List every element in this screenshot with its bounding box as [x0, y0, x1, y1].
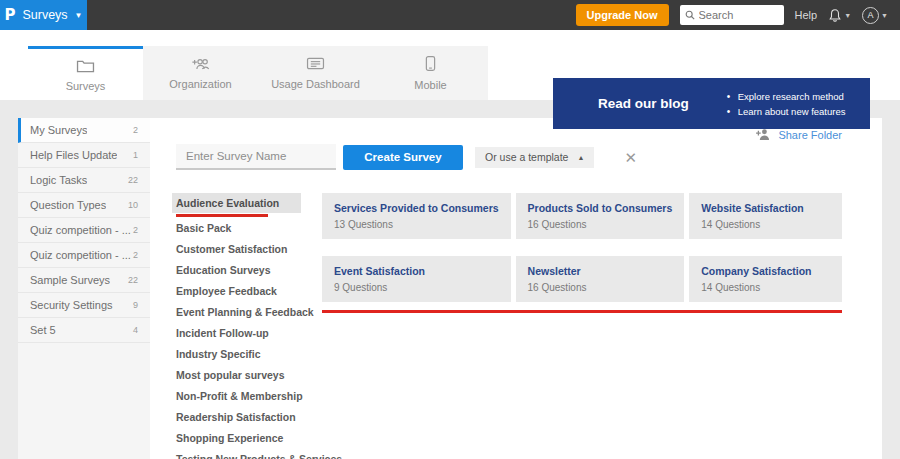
category-basic-pack[interactable]: Basic Pack — [176, 222, 322, 235]
help-link[interactable]: Help — [795, 9, 818, 21]
annotation-red-underline — [176, 214, 268, 217]
sidebar-item-my-surveys[interactable]: My Surveys 2 — [18, 118, 150, 143]
tab-surveys[interactable]: Surveys — [28, 46, 143, 100]
template-cards-grid: Services Provided to Consumers 13 Questi… — [322, 193, 842, 302]
main-area: Share Folder Create Survey Or use a temp… — [150, 118, 882, 459]
close-icon[interactable]: ✕ — [624, 150, 637, 165]
category-employee-feedback[interactable]: Employee Feedback — [176, 285, 322, 298]
content-panel: My Surveys 2 Help Files Update 1 Logic T… — [18, 118, 882, 459]
category-non-profit-membership[interactable]: Non-Profit & Membership — [176, 390, 322, 403]
annotation-red-line — [322, 310, 842, 313]
sidebar-item-label: Quiz competition - ... — [30, 249, 131, 261]
share-folder-label: Share Folder — [778, 129, 842, 141]
search-input[interactable] — [699, 9, 779, 21]
blog-bullet: Explore research method — [727, 89, 846, 104]
sidebar-item-label: Question Types — [30, 199, 106, 211]
category-testing-new-products[interactable]: Testing New Products & Services — [176, 453, 322, 459]
blog-bullet: Learn about new features — [727, 104, 846, 119]
usage-dashboard-icon — [306, 56, 325, 71]
template-title: Company Satisfaction — [701, 265, 830, 277]
template-cards: Services Provided to Consumers 13 Questi… — [322, 193, 842, 459]
category-customer-satisfaction[interactable]: Customer Satisfaction — [176, 243, 322, 256]
category-event-planning-feedback[interactable]: Event Planning & Feedback — [176, 306, 322, 319]
tab-label: Surveys — [66, 80, 106, 92]
template-question-count: 16 Questions — [528, 219, 673, 230]
chevron-down-icon: ▼ — [881, 12, 888, 19]
sidebar-item-count: 22 — [128, 175, 138, 185]
template-card-event-satisfaction[interactable]: Event Satisfaction 9 Questions — [322, 256, 511, 302]
sidebar-item-quiz-competition-1[interactable]: Quiz competition - ... 2 — [18, 218, 150, 243]
chevron-up-icon: ▲ — [577, 154, 584, 161]
tab-mobile[interactable]: Mobile — [373, 46, 488, 100]
sidebar-item-help-files-update[interactable]: Help Files Update 1 — [18, 143, 150, 168]
tab-organization[interactable]: Organization — [143, 46, 258, 100]
template-question-count: 13 Questions — [334, 219, 499, 230]
category-shopping-experience[interactable]: Shopping Experience — [176, 432, 322, 445]
search-box[interactable] — [680, 5, 784, 25]
create-survey-bar: Create Survey Or use a template ▲ ✕ — [176, 144, 842, 170]
share-person-icon — [756, 128, 771, 141]
notifications-menu[interactable]: ▼ — [828, 8, 851, 23]
chevron-down-icon: ▼ — [75, 11, 83, 20]
upgrade-now-button[interactable]: Upgrade Now — [576, 4, 669, 26]
sidebar-item-label: Help Files Update — [30, 149, 117, 161]
template-card-products-sold[interactable]: Products Sold to Consumers 16 Questions — [516, 193, 685, 239]
category-education-surveys[interactable]: Education Surveys — [176, 264, 322, 277]
sidebar-item-count: 10 — [128, 200, 138, 210]
category-readership-satisfaction[interactable]: Readership Satisfaction — [176, 411, 322, 424]
tab-label: Mobile — [414, 79, 446, 91]
template-card-newsletter[interactable]: Newsletter 16 Questions — [516, 256, 685, 302]
category-industry-specific[interactable]: Industry Specific — [176, 348, 322, 361]
sidebar-item-sample-surveys[interactable]: Sample Surveys 22 — [18, 268, 150, 293]
blog-banner-title: Read our blog — [598, 96, 689, 111]
template-card-company-satisfaction[interactable]: Company Satisfaction 14 Questions — [689, 256, 842, 302]
tabs: Surveys Organization Usage Dashboard Mob… — [28, 46, 488, 100]
template-title: Services Provided to Consumers — [334, 202, 499, 214]
template-title: Products Sold to Consumers — [528, 202, 673, 214]
bell-icon — [828, 8, 842, 23]
sidebar-item-label: My Surveys — [30, 124, 87, 136]
search-icon — [685, 10, 695, 20]
template-question-count: 14 Questions — [701, 282, 830, 293]
avatar: A — [862, 7, 879, 24]
account-menu[interactable]: A ▼ — [862, 7, 888, 24]
sidebar-item-security-settings[interactable]: Security Settings 9 — [18, 293, 150, 318]
category-audience-evaluation[interactable]: Audience Evaluation — [172, 193, 301, 213]
template-card-services-provided[interactable]: Services Provided to Consumers 13 Questi… — [322, 193, 511, 239]
template-card-website-satisfaction[interactable]: Website Satisfaction 14 Questions — [689, 193, 842, 239]
template-browser: Audience Evaluation Basic Pack Customer … — [176, 193, 842, 459]
template-title: Website Satisfaction — [701, 202, 830, 214]
sidebar-item-count: 4 — [133, 325, 138, 335]
topbar-right: Upgrade Now Help ▼ A ▼ — [576, 4, 900, 26]
template-title: Newsletter — [528, 265, 673, 277]
create-survey-button[interactable]: Create Survey — [343, 145, 463, 170]
template-question-count: 16 Questions — [528, 282, 673, 293]
sidebar-item-quiz-competition-2[interactable]: Quiz competition - ... 2 — [18, 243, 150, 268]
sidebar-item-count: 9 — [133, 300, 138, 310]
template-question-count: 14 Questions — [701, 219, 830, 230]
sidebar-item-question-types[interactable]: Question Types 10 — [18, 193, 150, 218]
use-template-label: Or use a template — [485, 151, 568, 163]
proprofs-logo-icon: P — [4, 6, 15, 24]
tab-label: Organization — [169, 78, 231, 90]
tab-strip: Surveys Organization Usage Dashboard Mob… — [0, 30, 900, 100]
sidebar-item-logic-tasks[interactable]: Logic Tasks 22 — [18, 168, 150, 193]
template-title: Event Satisfaction — [334, 265, 499, 277]
sidebar-item-label: Sample Surveys — [30, 274, 110, 286]
sidebar-item-count: 2 — [133, 225, 138, 235]
brand-switcher[interactable]: P Surveys ▼ — [0, 0, 87, 30]
use-template-dropdown[interactable]: Or use a template ▲ — [475, 147, 594, 168]
category-most-popular-surveys[interactable]: Most popular surveys — [176, 369, 322, 382]
tab-label: Usage Dashboard — [271, 78, 360, 90]
survey-name-input[interactable] — [176, 144, 336, 170]
chevron-down-icon: ▼ — [844, 12, 851, 19]
sidebar-item-label: Set 5 — [30, 324, 56, 336]
folder-icon — [76, 58, 95, 73]
share-folder-link[interactable]: Share Folder — [756, 128, 842, 141]
sidebar-item-count: 2 — [133, 250, 138, 260]
category-incident-follow-up[interactable]: Incident Follow-up — [176, 327, 322, 340]
sidebar-item-count: 2 — [133, 125, 138, 135]
sidebar-item-set-5[interactable]: Set 5 4 — [18, 318, 150, 343]
product-name: Surveys — [22, 8, 67, 22]
tab-usage-dashboard[interactable]: Usage Dashboard — [258, 46, 373, 100]
